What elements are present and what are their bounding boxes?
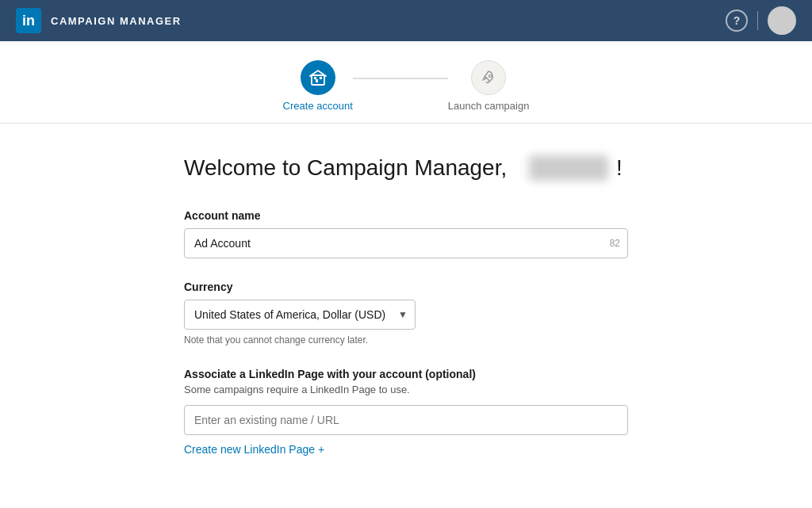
step-1-label: Create account — [283, 100, 353, 123]
linkedin-section-subtitle: Some campaigns require a LinkedIn Page t… — [184, 384, 628, 395]
user-name-blurred — [529, 155, 608, 181]
currency-select-wrapper: United States of America, Dollar (USD) E… — [184, 300, 416, 330]
linkedin-page-group: Associate a LinkedIn Page with your acco… — [184, 368, 628, 456]
welcome-prefix: Welcome to Campaign Manager, — [184, 155, 507, 181]
avatar[interactable] — [768, 6, 796, 35]
step-2-icon — [480, 69, 497, 86]
main-container: Create account Launch campaign — [0, 41, 812, 508]
svg-point-4 — [489, 75, 492, 78]
currency-label: Currency — [184, 281, 628, 293]
steps-bar: Create account Launch campaign — [0, 41, 812, 124]
currency-group: Currency United States of America, Dolla… — [184, 281, 628, 346]
svg-rect-3 — [314, 77, 316, 79]
steps-inner: Create account Launch campaign — [283, 60, 530, 123]
navbar-title: CAMPAIGN MANAGER — [51, 15, 182, 27]
navbar: in CAMPAIGN MANAGER ? — [0, 0, 812, 41]
account-name-input-wrapper: 82 — [184, 228, 628, 258]
step-1-icon — [309, 69, 327, 86]
form-area: Welcome to Campaign Manager, ! Account n… — [168, 124, 644, 508]
step-1-icon-wrap — [301, 60, 335, 95]
welcome-title: Welcome to Campaign Manager, ! — [184, 155, 628, 181]
step-connector — [353, 78, 448, 79]
welcome-suffix: ! — [616, 155, 622, 181]
currency-select[interactable]: United States of America, Dollar (USD) E… — [184, 300, 416, 330]
svg-rect-2 — [320, 77, 322, 79]
account-name-input[interactable] — [184, 228, 628, 258]
linkedin-logo: in — [16, 8, 41, 33]
account-name-label: Account name — [184, 209, 628, 222]
char-count: 82 — [610, 238, 620, 249]
navbar-left: in CAMPAIGN MANAGER — [16, 8, 182, 33]
create-linkedin-page-link[interactable]: Create new LinkedIn Page + — [184, 443, 324, 456]
linkedin-url-input[interactable] — [184, 405, 628, 435]
svg-rect-1 — [316, 79, 318, 82]
step-create-account[interactable]: Create account — [283, 60, 353, 123]
currency-note: Note that you cannot change currency lat… — [184, 334, 628, 346]
help-icon[interactable]: ? — [726, 10, 748, 32]
step-2-label: Launch campaign — [448, 100, 530, 123]
step-launch-campaign[interactable]: Launch campaign — [448, 60, 530, 123]
step-2-icon-wrap — [471, 60, 506, 95]
navbar-right: ? — [726, 6, 796, 35]
account-name-group: Account name 82 — [184, 209, 628, 258]
linkedin-section-title: Associate a LinkedIn Page with your acco… — [184, 368, 628, 380]
nav-divider — [757, 11, 758, 30]
